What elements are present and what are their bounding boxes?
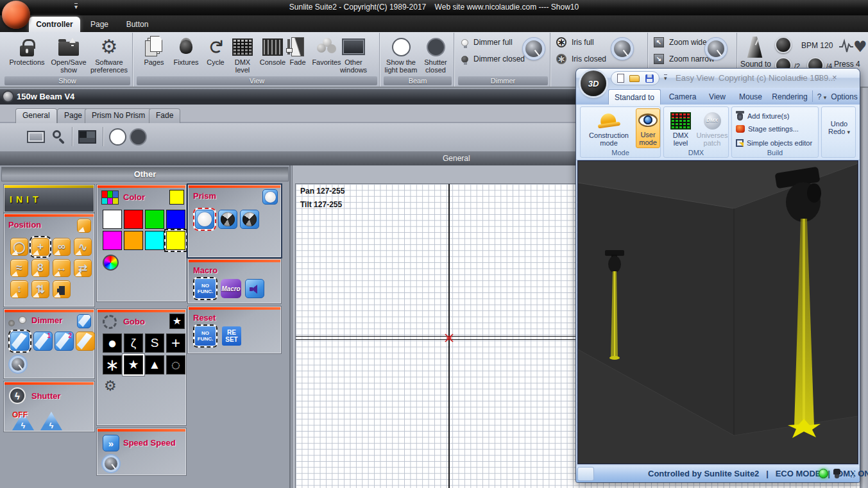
resize-grip[interactable] <box>848 471 855 478</box>
position-tool-snake[interactable]: ∿ <box>74 238 92 256</box>
gobo-flower[interactable]: ∗ <box>103 355 122 374</box>
save-file-icon[interactable] <box>645 74 654 83</box>
layout-split-button[interactable] <box>78 130 96 144</box>
open-save-show-button[interactable]: Open/Save show <box>49 35 89 74</box>
fixtures-button[interactable]: Fixtures <box>169 35 203 66</box>
speed-knob[interactable] <box>103 455 119 472</box>
right-scroll-strip[interactable] <box>860 88 868 488</box>
stage-settings-button[interactable]: Stage settings... <box>736 125 799 133</box>
swatch-cyan[interactable] <box>145 231 164 250</box>
ev-dmx-level-button[interactable]: DMX level <box>665 110 696 147</box>
iris-knob[interactable] <box>611 38 633 60</box>
pages-button[interactable]: Pages <box>140 35 168 66</box>
dimmer-tool-fade[interactable] <box>76 332 95 351</box>
user-mode-button[interactable]: User mode <box>636 108 660 148</box>
quick-access-dropdown-icon[interactable]: ▾ <box>74 3 78 10</box>
dimmer-panel-knob[interactable] <box>10 356 26 373</box>
show-light-beam-button[interactable]: Show the light beam <box>383 35 419 74</box>
swatch-yellow-selected[interactable] <box>166 231 185 250</box>
shutter-off-button[interactable]: OFF ϟ <box>11 409 37 431</box>
reset-button[interactable]: RESET <box>222 326 241 346</box>
position-tool-wave[interactable]: ≈ <box>10 259 28 277</box>
fade-button[interactable]: Fade <box>286 35 309 66</box>
beam-closed-toggle[interactable] <box>130 128 147 146</box>
dimmer-knob[interactable] <box>523 38 545 60</box>
magnifier-icon[interactable] <box>53 130 61 139</box>
dimmer-tool-beam-selected[interactable] <box>10 332 30 351</box>
prism-off-selected[interactable] <box>195 210 214 229</box>
sunlite-logo[interactable] <box>2 1 30 29</box>
undo-redo-button[interactable]: Undo Redo ▾ <box>824 120 854 136</box>
tab-controller[interactable]: Controller <box>29 17 80 32</box>
color-wheel-icon[interactable] <box>103 255 119 271</box>
open-file-icon[interactable] <box>629 75 640 82</box>
tab-standard-toolbar[interactable]: Standard to <box>608 89 661 105</box>
gobo-dots[interactable]: ◌ <box>166 355 185 374</box>
iris-full-button[interactable]: ∗ Iris full <box>556 37 594 47</box>
shutter-on-button[interactable]: ϟ <box>39 409 65 431</box>
swatch-blue[interactable] <box>166 210 185 229</box>
help-menu[interactable]: ? ▾ <box>814 89 830 105</box>
pan-tilt-cursor[interactable] <box>444 333 454 346</box>
window-view-button[interactable] <box>27 131 45 143</box>
color-header-swatch[interactable] <box>169 190 184 205</box>
add-fixtures-button[interactable]: Add fixture(s) <box>736 111 789 121</box>
tab-camera[interactable]: Camera <box>665 89 701 105</box>
dimmer-tool-2[interactable]: 2 <box>55 332 74 351</box>
swatch-green[interactable] <box>145 210 164 229</box>
easy-view-3d-logo[interactable]: 3D <box>581 71 606 96</box>
swatch-red[interactable] <box>124 210 143 229</box>
gobo-star-selected[interactable]: ★ <box>124 355 143 374</box>
maximize-button[interactable]: □ <box>815 73 821 82</box>
zoom-wide-button[interactable]: ↖ Zoom wide <box>654 37 707 47</box>
gobo-header-tile[interactable]: ★ <box>169 314 185 329</box>
shutter-closed-button[interactable]: Shutter closed <box>419 35 452 74</box>
position-header-tile[interactable] <box>77 219 91 233</box>
console-button[interactable]: Console <box>257 35 289 66</box>
new-file-icon[interactable] <box>617 74 624 83</box>
reset-no-func-button[interactable]: NOFUNC. <box>195 326 216 346</box>
tab-general[interactable]: General <box>15 108 57 123</box>
position-tool-double-circle[interactable]: ∞ <box>53 238 71 256</box>
gobo-rotation-icon[interactable]: ⚙ <box>104 378 117 394</box>
macro-no-func-button[interactable]: NOFUNC. <box>195 279 216 298</box>
position-tool-circle[interactable]: ◯ <box>10 238 28 256</box>
dimmer-header-tile[interactable] <box>77 314 91 328</box>
cycle-button[interactable]: ↻ Cycle <box>203 35 228 66</box>
minimize-button[interactable]: – <box>799 73 803 82</box>
dmx-level-button[interactable]: DMX level <box>228 35 257 74</box>
swatch-magenta[interactable] <box>103 231 122 250</box>
gobo-open[interactable]: ● <box>103 333 122 353</box>
swatch-orange[interactable] <box>124 231 143 250</box>
position-tool-eight[interactable]: 8 <box>31 259 49 277</box>
tab-rendering[interactable]: Rendering <box>770 89 810 105</box>
position-tool-tilt[interactable]: ↕ <box>10 280 28 298</box>
zoom-knob[interactable] <box>705 38 727 60</box>
dimmer-tool-1[interactable]: 1 <box>33 332 53 351</box>
position-tool-audio[interactable] <box>53 280 71 298</box>
macro-button[interactable]: Macro <box>221 279 241 298</box>
position-tool-tilt-double[interactable]: ⇅ <box>31 280 49 298</box>
options-menu[interactable]: Options ▾ <box>830 89 859 105</box>
software-preferences-button[interactable]: ⚙ Software preferences ▾ <box>86 35 132 81</box>
position-tool-pan-double[interactable]: ⇄ <box>74 259 92 277</box>
gobo-swirl[interactable]: ζ <box>124 333 143 353</box>
qat-dropdown-icon[interactable]: ▾ <box>664 74 667 81</box>
dimmer-closed-button[interactable]: Dimmer closed <box>461 55 525 63</box>
position-tool-center-selected[interactable]: + <box>31 238 49 256</box>
position-tool-pan[interactable]: ↔ <box>53 259 71 277</box>
prism-3facet[interactable] <box>218 210 237 229</box>
beam-open-toggle[interactable] <box>109 128 126 146</box>
tab-fade[interactable]: Fade <box>149 108 180 123</box>
bpm-knob[interactable] <box>775 37 792 53</box>
universes-patch-button[interactable]: DMX Universes patch <box>696 110 728 147</box>
tab-button[interactable]: Button <box>119 17 156 32</box>
macro-sound-button[interactable] <box>245 279 264 298</box>
close-button[interactable]: × <box>832 73 837 82</box>
tab-view[interactable]: View <box>704 89 730 105</box>
protections-button[interactable]: Protections <box>6 35 47 66</box>
gobo-s[interactable]: S <box>145 333 164 353</box>
construction-mode-button[interactable]: Construction mode <box>583 110 634 147</box>
zoom-narrow-button[interactable]: ↘ Zoom narrow <box>654 54 715 64</box>
objects-editor-button[interactable]: Simple objects editor <box>736 139 812 147</box>
